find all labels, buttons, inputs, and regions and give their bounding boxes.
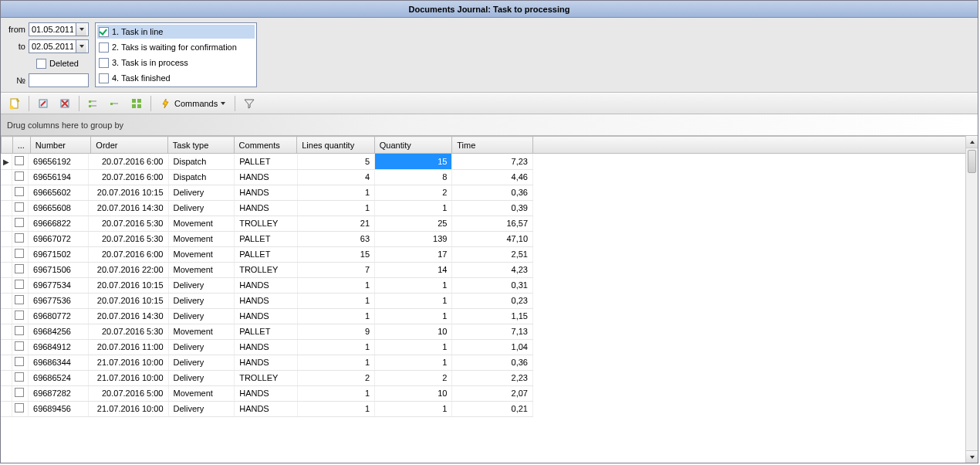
row-checkbox[interactable] xyxy=(15,280,24,289)
data-grid: ... Number Order Task type Comments Line… xyxy=(1,136,965,463)
status-option[interactable]: 3. Task is in process xyxy=(97,56,255,70)
col-linesqty[interactable]: Lines quantity xyxy=(297,137,374,154)
filter-panel: from to Deleted № 1. Task in line2. Taks… xyxy=(1,18,978,93)
row-checkbox[interactable] xyxy=(15,156,24,165)
number-input[interactable] xyxy=(29,73,89,87)
new-doc-button[interactable] xyxy=(5,95,24,112)
table-row[interactable]: 6968634421.07.2016 10:00DeliveryHANDS110… xyxy=(1,355,533,370)
commands-label: Commands xyxy=(174,99,218,108)
table-row[interactable]: ▶6965619220.07.2016 6:00DispatchPALLET51… xyxy=(1,154,533,169)
status-option[interactable]: 2. Taks is waiting for confirmation xyxy=(97,40,255,54)
status-checkbox[interactable] xyxy=(99,27,109,37)
table-row[interactable]: 6966560220.07.2016 10:15DeliveryHANDS120… xyxy=(1,185,533,200)
table-row[interactable]: 6967150220.07.2016 6:00MovementPALLET151… xyxy=(1,246,533,262)
table-row[interactable]: 6967150620.07.2016 22:00MovementTROLLEY7… xyxy=(1,262,533,277)
table-row[interactable]: 6965619420.07.2016 6:00DispatchHANDS484,… xyxy=(1,169,533,185)
chevron-down-icon xyxy=(970,456,975,459)
row-checkbox[interactable] xyxy=(15,357,24,366)
funnel-icon xyxy=(243,97,255,110)
col-quantity[interactable]: Quantity xyxy=(374,137,451,154)
from-date-input[interactable] xyxy=(29,23,76,36)
to-date-input[interactable] xyxy=(29,40,76,53)
scroll-up-button[interactable] xyxy=(966,136,978,148)
table-row[interactable]: 6966707220.07.2016 5:30MovementPALLET631… xyxy=(1,231,533,246)
status-checkbox[interactable] xyxy=(99,58,109,68)
col-comments[interactable]: Comments xyxy=(234,137,297,154)
filter-left: from to Deleted № xyxy=(7,22,89,87)
row-checkbox[interactable] xyxy=(15,264,24,273)
row-checkbox[interactable] xyxy=(15,388,24,397)
table-row[interactable]: 6966560820.07.2016 14:30DeliveryHANDS110… xyxy=(1,200,533,216)
row-checkbox[interactable] xyxy=(15,311,24,320)
col-check[interactable]: ... xyxy=(12,137,30,154)
to-date-dropdown[interactable] xyxy=(76,40,86,53)
svg-rect-6 xyxy=(110,103,113,105)
table-row[interactable]: 6968425620.07.2016 5:30MovementPALLET910… xyxy=(1,324,533,339)
status-checkbox[interactable] xyxy=(99,42,109,53)
row-checkbox[interactable] xyxy=(15,403,24,412)
filter-button[interactable] xyxy=(240,95,259,112)
col-time[interactable]: Time xyxy=(452,137,533,154)
table-row[interactable]: 6968728220.07.2016 5:00MovementHANDS1102… xyxy=(1,385,533,401)
col-number[interactable]: Number xyxy=(30,137,91,154)
svg-rect-10 xyxy=(137,104,141,108)
svg-rect-9 xyxy=(132,104,136,108)
row-checkbox[interactable] xyxy=(15,372,24,382)
row-checkbox[interactable] xyxy=(15,295,24,304)
number-label: № xyxy=(7,76,29,85)
header-row: ... Number Order Task type Comments Line… xyxy=(2,137,533,154)
chevron-down-icon xyxy=(221,102,225,105)
status-option[interactable]: 4. Task finished xyxy=(97,71,255,85)
row-checkbox[interactable] xyxy=(15,202,24,212)
table-row[interactable]: 6967753620.07.2016 10:15DeliveryHANDS110… xyxy=(1,293,533,308)
col-tasktype[interactable]: Task type xyxy=(167,137,234,154)
from-date-dropdown[interactable] xyxy=(76,23,86,36)
from-label: from xyxy=(7,25,29,34)
lightning-icon xyxy=(161,98,171,109)
chevron-down-icon xyxy=(79,28,84,31)
row-checkbox[interactable] xyxy=(15,218,24,227)
col-indicator[interactable] xyxy=(2,137,13,154)
table-row[interactable]: 6968945621.07.2016 10:00DeliveryHANDS110… xyxy=(1,401,533,416)
row-checkbox[interactable] xyxy=(15,326,24,335)
deleted-label: Deleted xyxy=(49,59,79,68)
tree-collapse-button[interactable] xyxy=(106,95,124,112)
titlebar: Documents Journal: Task to processing xyxy=(1,1,978,18)
row-checkbox[interactable] xyxy=(15,233,24,243)
vertical-scrollbar[interactable] xyxy=(965,136,978,463)
svg-rect-8 xyxy=(137,99,141,103)
table-row[interactable]: 6967753420.07.2016 10:15DeliveryHANDS110… xyxy=(1,277,533,293)
to-date-picker[interactable] xyxy=(29,39,89,53)
scroll-thumb[interactable] xyxy=(968,150,976,173)
edit-button[interactable] xyxy=(34,95,52,112)
row-checkbox[interactable] xyxy=(15,341,24,351)
group-by-hint: Drug columns here to group by xyxy=(7,120,123,130)
tree-expand-button[interactable] xyxy=(84,95,103,112)
group-by-area[interactable]: Drug columns here to group by xyxy=(1,114,978,136)
scroll-down-button[interactable] xyxy=(966,450,978,463)
col-order[interactable]: Order xyxy=(91,137,167,154)
deleted-checkbox[interactable] xyxy=(36,59,46,69)
table-row[interactable]: 6968491220.07.2016 11:00DeliveryHANDS111… xyxy=(1,339,533,355)
deleted-checkbox-row[interactable]: Deleted xyxy=(36,56,89,70)
svg-rect-4 xyxy=(89,100,91,103)
table-row[interactable]: 6966682220.07.2016 5:30MovementTROLLEY21… xyxy=(1,216,533,231)
table-row[interactable]: 6968077220.07.2016 14:30DeliveryHANDS111… xyxy=(1,308,533,324)
row-checkbox[interactable] xyxy=(15,187,24,196)
table-row[interactable]: 6968652421.07.2016 10:00DeliveryTROLLEY2… xyxy=(1,370,533,385)
grid-wrap: ... Number Order Task type Comments Line… xyxy=(1,136,978,463)
from-date-picker[interactable] xyxy=(29,22,89,36)
delete-button[interactable] xyxy=(56,95,74,112)
row-checkbox[interactable] xyxy=(15,249,24,258)
status-list: 1. Task in line2. Taks is waiting for co… xyxy=(95,22,257,87)
chevron-up-icon xyxy=(970,141,975,144)
status-label: 4. Task finished xyxy=(112,73,171,83)
status-option[interactable]: 1. Task in line xyxy=(97,25,255,39)
svg-point-1 xyxy=(10,106,14,110)
commands-button[interactable]: Commands xyxy=(156,95,230,112)
select-all-button[interactable] xyxy=(127,95,146,112)
status-checkbox[interactable] xyxy=(99,73,109,83)
row-checkbox[interactable] xyxy=(15,171,24,181)
header-rest xyxy=(533,136,965,154)
toolbar: Commands xyxy=(1,93,978,114)
